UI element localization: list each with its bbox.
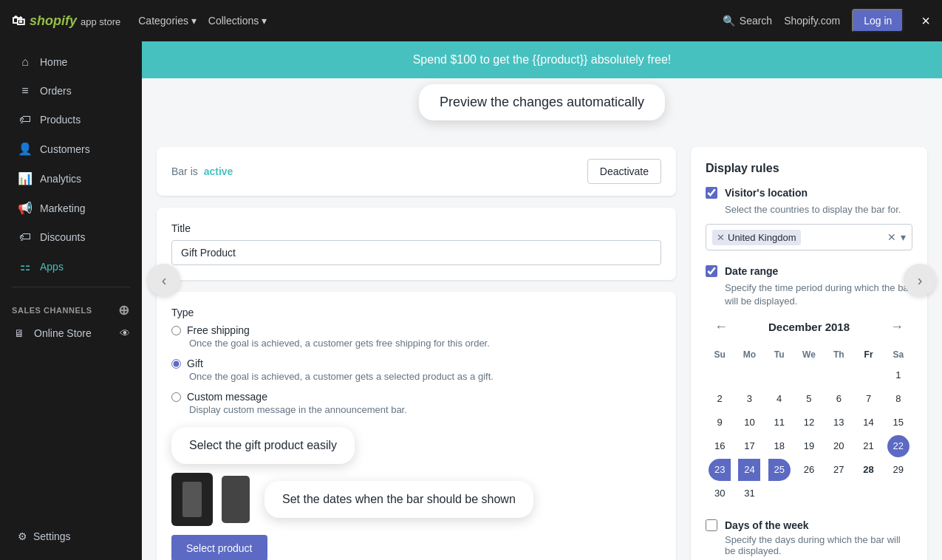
- calendar-day-12[interactable]: 12: [798, 412, 820, 434]
- sidebar-item-customers[interactable]: 👤 Customers: [6, 134, 136, 163]
- custom-message-label[interactable]: Custom message: [171, 391, 661, 403]
- day-header-we: We: [795, 346, 823, 363]
- visitor-location-header: Visitor's location: [706, 187, 912, 199]
- categories-menu[interactable]: Categories ▾: [138, 15, 197, 27]
- calendar-day-30[interactable]: 30: [709, 482, 731, 505]
- next-arrow-button[interactable]: ›: [904, 264, 936, 296]
- calendar-day-17[interactable]: 17: [738, 435, 760, 457]
- day-header-th: Th: [825, 346, 853, 363]
- online-store-icon: 🖥: [12, 327, 27, 339]
- calendar-day-19[interactable]: 19: [798, 435, 820, 457]
- calendar-day-3[interactable]: 3: [738, 388, 760, 410]
- gift-tooltip-bubble: Select the gift product easily: [171, 427, 355, 464]
- calendar-day-13[interactable]: 13: [827, 412, 850, 434]
- sidebar-item-analytics[interactable]: 📊 Analytics: [6, 164, 136, 193]
- calendar-next-button[interactable]: →: [884, 316, 909, 338]
- display-rules-title: Display rules: [706, 162, 912, 175]
- top-nav: Categories ▾ Collections ▾: [138, 15, 267, 27]
- calendar-day-28[interactable]: 28: [858, 459, 880, 481]
- calendar-day-1[interactable]: 1: [887, 364, 909, 386]
- discounts-icon: 🏷: [18, 231, 33, 244]
- display-rules-card: Display rules Visitor's location Select …: [691, 147, 927, 560]
- gift-desc: Once the goal is achieved, a customer ge…: [189, 371, 661, 382]
- customers-icon: 👤: [18, 142, 33, 156]
- sidebar-item-online-store[interactable]: 🖥 Online Store 👁: [0, 321, 142, 345]
- sidebar-item-home[interactable]: ⌂ Home: [6, 48, 136, 76]
- calendar-day-20[interactable]: 20: [827, 435, 850, 457]
- left-column: Bar is active Deactivate Title Type: [157, 147, 676, 560]
- free-shipping-radio[interactable]: [171, 326, 181, 335]
- calendar-day-29[interactable]: 29: [887, 459, 909, 481]
- calendar-day-25[interactable]: 25: [768, 459, 791, 481]
- sidebar-item-apps[interactable]: ⚏ Apps: [6, 252, 136, 281]
- calendar-day-8[interactable]: 8: [887, 388, 909, 410]
- calendar-day-11[interactable]: 11: [768, 412, 791, 434]
- calendar-day-21[interactable]: 21: [858, 435, 880, 457]
- settings-item[interactable]: ⚙ Settings: [12, 525, 130, 548]
- calendar-day-16[interactable]: 16: [709, 435, 731, 457]
- calendar-day-6[interactable]: 6: [827, 388, 850, 410]
- day-header-fr: Fr: [854, 346, 882, 363]
- calendar-day-26[interactable]: 26: [798, 459, 820, 481]
- products-icon: 🏷: [18, 113, 33, 126]
- uk-remove-icon[interactable]: ✕: [717, 232, 725, 243]
- calendar-day-27[interactable]: 27: [827, 459, 850, 481]
- calendar-day-15[interactable]: 15: [887, 412, 909, 434]
- date-range-header: Date range: [706, 265, 912, 277]
- bar-status-text: Bar is active: [171, 165, 233, 177]
- tag-dropdown-icon[interactable]: ▾: [901, 231, 906, 243]
- calendar-day-2[interactable]: 2: [709, 388, 731, 410]
- calendar-day-9[interactable]: 9: [709, 412, 731, 434]
- active-status: active: [204, 165, 233, 177]
- country-tag-input[interactable]: ✕ United Kingdom ✕ ▾: [706, 224, 912, 250]
- title-input[interactable]: [171, 240, 661, 265]
- calendar-day-7[interactable]: 7: [858, 388, 880, 410]
- preview-tooltip-wrap: Preview the changes automatically: [142, 78, 942, 126]
- shopify-link[interactable]: Shopify.com: [784, 15, 840, 27]
- visitor-location-desc: Select the countries to display the bar …: [725, 203, 912, 216]
- calendar-day-23[interactable]: 23: [709, 459, 731, 481]
- date-range-checkbox[interactable]: [706, 265, 717, 277]
- search-area[interactable]: 🔍 Search: [723, 15, 772, 27]
- product-image-2: [222, 476, 250, 523]
- top-bar: 🛍 shopify app store Categories ▾ Collect…: [0, 0, 942, 41]
- login-button[interactable]: Log in: [852, 9, 904, 33]
- calendar-prev-button[interactable]: ←: [709, 316, 734, 338]
- sidebar-item-products[interactable]: 🏷 Products: [6, 106, 136, 134]
- select-product-button[interactable]: Select product: [171, 535, 267, 560]
- calendar-day-22[interactable]: 22: [887, 435, 909, 457]
- calendar-day-5[interactable]: 5: [798, 388, 820, 410]
- calendar-day-4[interactable]: 4: [768, 388, 791, 410]
- calendar-day-24[interactable]: 24: [738, 459, 760, 481]
- calendar-day-10[interactable]: 10: [738, 412, 760, 434]
- type-radio-group: Free shipping Once the goal is achieved,…: [171, 324, 661, 415]
- preview-tooltip: Preview the changes automatically: [419, 84, 665, 120]
- status-bar: Bar is active Deactivate: [157, 147, 676, 196]
- days-of-week-checkbox[interactable]: [706, 519, 717, 531]
- shopify-bag-icon: 🛍: [12, 13, 25, 29]
- sidebar-item-marketing[interactable]: 📢 Marketing: [6, 194, 136, 222]
- collections-menu[interactable]: Collections ▾: [208, 15, 267, 27]
- sidebar-item-discounts[interactable]: 🏷 Discounts: [6, 223, 136, 251]
- custom-message-radio[interactable]: [171, 392, 181, 402]
- gift-label[interactable]: Gift: [171, 358, 661, 369]
- days-of-week-label: Days of the week: [725, 519, 809, 531]
- tag-input-clear[interactable]: ✕: [887, 231, 896, 243]
- type-custom-message: Custom message Display custom message in…: [171, 391, 661, 415]
- prev-arrow-button[interactable]: ‹: [148, 264, 180, 296]
- days-of-week-desc: Specify the days during which the bar wi…: [725, 534, 912, 556]
- visitor-location-label: Visitor's location: [725, 187, 808, 199]
- add-sales-channel-icon[interactable]: ⊕: [118, 302, 130, 318]
- left-arrow-icon: ‹: [162, 272, 167, 289]
- calendar-day-31[interactable]: 31: [738, 482, 760, 505]
- gift-radio[interactable]: [171, 359, 181, 369]
- calendar-day-14[interactable]: 14: [858, 412, 880, 434]
- close-icon[interactable]: ×: [921, 13, 930, 30]
- sidebar-item-orders[interactable]: ≡ Orders: [6, 77, 136, 105]
- calendar-day-18[interactable]: 18: [768, 435, 791, 457]
- free-shipping-label[interactable]: Free shipping: [171, 324, 661, 336]
- deactivate-button[interactable]: Deactivate: [587, 159, 661, 184]
- dates-tooltip-bubble: Set the dates when the bar should be sho…: [264, 481, 533, 518]
- visitor-location-checkbox[interactable]: [706, 187, 717, 199]
- day-header-mo: Mo: [735, 346, 763, 363]
